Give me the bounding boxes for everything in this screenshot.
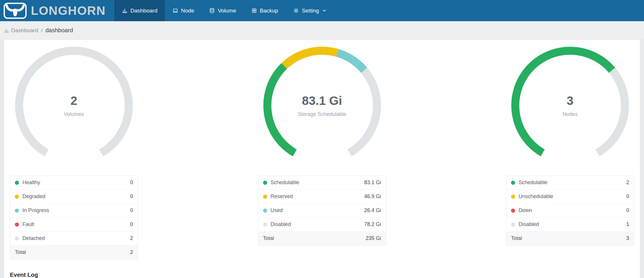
gauge-arc bbox=[14, 46, 134, 165]
legend-label: Schedulable bbox=[271, 180, 299, 186]
nav-volume[interactable]: Volume bbox=[202, 0, 244, 21]
bar-chart-icon bbox=[4, 28, 9, 33]
chevron-down-icon bbox=[322, 8, 327, 13]
nav-label: Node bbox=[181, 8, 194, 14]
legend-row: Detached2 bbox=[10, 231, 138, 245]
legend-label: Degraded bbox=[22, 193, 45, 200]
gauge-volumes: 2Volumes bbox=[14, 46, 134, 165]
legend-label: In Progress bbox=[22, 207, 49, 214]
gauge-panels: 2VolumesHealthy0Degraded0In Progress0Fau… bbox=[4, 40, 640, 259]
legend-row: Down0 bbox=[506, 203, 634, 217]
status-dot bbox=[15, 223, 19, 227]
legend-label: Reserved bbox=[271, 193, 293, 200]
status-dot bbox=[263, 181, 267, 185]
legend-row: Degraded0 bbox=[10, 189, 138, 203]
legend-total-label: Total bbox=[15, 249, 26, 255]
status-dot bbox=[511, 195, 515, 199]
legend-row: Reserved46.9 Gi bbox=[258, 189, 386, 203]
legend-total-value: 3 bbox=[626, 235, 629, 241]
legend-value: 0 bbox=[130, 207, 133, 214]
legend-row: Disabled78.2 Gi bbox=[258, 217, 386, 231]
legend-table-volumes: Healthy0Degraded0In Progress0Fault0Detac… bbox=[10, 175, 138, 259]
breadcrumb: Dashboard / dashboard bbox=[0, 21, 644, 40]
status-dot bbox=[511, 209, 515, 213]
legend-value: 0 bbox=[130, 221, 133, 227]
nav-setting[interactable]: Setting bbox=[286, 0, 334, 21]
legend-label: Schedulable bbox=[519, 180, 547, 186]
gauge-arc bbox=[510, 46, 630, 165]
status-dot bbox=[511, 181, 515, 185]
legend-label: Detached bbox=[22, 235, 45, 241]
legend-row: Used26.4 Gi bbox=[258, 203, 386, 217]
legend-value: 0 bbox=[130, 180, 133, 186]
legend-value: 0 bbox=[130, 193, 133, 200]
legend-total-value: 235 Gi bbox=[366, 235, 381, 241]
nav-dashboard[interactable]: Dashboard bbox=[114, 0, 165, 21]
legend-value: 78.2 Gi bbox=[364, 221, 381, 227]
legend-value: 83.1 Gi bbox=[364, 180, 381, 186]
legend-label: Used bbox=[271, 207, 283, 214]
legend-value: 2 bbox=[626, 180, 629, 186]
legend-row: Healthy0 bbox=[10, 176, 138, 189]
dashboard-content: 2VolumesHealthy0Degraded0In Progress0Fau… bbox=[4, 40, 640, 278]
status-dot bbox=[263, 223, 267, 227]
legend-total-row: Total235 Gi bbox=[258, 231, 386, 245]
brand-name: LONGHORN bbox=[31, 4, 106, 18]
legend-value: 0 bbox=[626, 207, 629, 214]
nav-node[interactable]: Node bbox=[165, 0, 202, 21]
nav-backup[interactable]: Backup bbox=[244, 0, 286, 21]
legend-row: Disabled1 bbox=[506, 217, 634, 231]
legend-label: Down bbox=[519, 207, 532, 214]
backup-icon bbox=[251, 8, 257, 13]
breadcrumb-separator: / bbox=[41, 27, 42, 34]
legend-total-row: Total2 bbox=[10, 245, 138, 259]
header: LONGHORN DashboardNodeVolumeBackupSettin… bbox=[0, 0, 644, 21]
status-dot bbox=[263, 209, 267, 213]
status-dot bbox=[15, 195, 19, 199]
legend-row: In Progress0 bbox=[10, 203, 138, 217]
legend-table-nodes: Schedulable2Unschedulable0Down0Disabled1… bbox=[506, 175, 634, 245]
dashboard-icon bbox=[122, 8, 127, 13]
legend-row: Fault0 bbox=[10, 217, 138, 231]
legend-row: Unschedulable0 bbox=[506, 189, 634, 203]
nav-label: Dashboard bbox=[130, 8, 157, 14]
legend-label: Unschedulable bbox=[519, 193, 553, 200]
status-dot bbox=[15, 236, 19, 241]
status-dot bbox=[263, 195, 267, 199]
legend-row: Schedulable2 bbox=[506, 176, 634, 189]
breadcrumb-page: dashboard bbox=[45, 27, 73, 34]
event-log-title: Event Log bbox=[10, 272, 640, 278]
legend-total-label: Total bbox=[511, 235, 522, 241]
legend-label: Fault bbox=[22, 221, 34, 227]
status-dot bbox=[15, 181, 19, 185]
volume-icon bbox=[209, 8, 215, 13]
legend-value: 1 bbox=[626, 221, 629, 227]
setting-icon bbox=[293, 8, 299, 13]
legend-label: Disabled bbox=[519, 221, 539, 227]
legend-value: 46.9 Gi bbox=[364, 193, 381, 200]
gauge-panel-volumes: 2VolumesHealthy0Degraded0In Progress0Fau… bbox=[10, 46, 138, 259]
legend-row: Schedulable83.1 Gi bbox=[258, 176, 386, 189]
legend-value: 26.4 Gi bbox=[364, 207, 381, 214]
breadcrumb-section[interactable]: Dashboard bbox=[11, 27, 38, 34]
legend-value: 0 bbox=[626, 193, 629, 200]
gauge-nodes: 3Nodes bbox=[510, 46, 630, 165]
nav-label: Backup bbox=[260, 8, 278, 14]
legend-total-value: 2 bbox=[130, 249, 133, 255]
longhorn-logo-icon bbox=[3, 3, 27, 19]
legend-table-storage-schedulable: Schedulable83.1 GiReserved46.9 GiUsed26.… bbox=[258, 175, 386, 245]
legend-label: Disabled bbox=[271, 221, 291, 227]
gauge-storage-schedulable: 83.1 GiStorage Schedulable bbox=[262, 46, 382, 165]
gauge-panel-nodes: 3NodesSchedulable2Unschedulable0Down0Dis… bbox=[506, 46, 634, 259]
brand[interactable]: LONGHORN bbox=[0, 0, 114, 21]
gauge-panel-storage-schedulable: 83.1 GiStorage SchedulableSchedulable83.… bbox=[258, 46, 386, 259]
node-icon bbox=[173, 8, 178, 13]
legend-total-row: Total3 bbox=[506, 231, 634, 245]
status-dot bbox=[15, 209, 19, 213]
nav-label: Setting bbox=[302, 8, 319, 14]
main-nav: DashboardNodeVolumeBackupSetting bbox=[114, 0, 334, 21]
nav-label: Volume bbox=[218, 8, 236, 14]
legend-value: 2 bbox=[130, 235, 133, 241]
legend-label: Healthy bbox=[22, 180, 40, 186]
gauge-arc bbox=[262, 46, 382, 165]
